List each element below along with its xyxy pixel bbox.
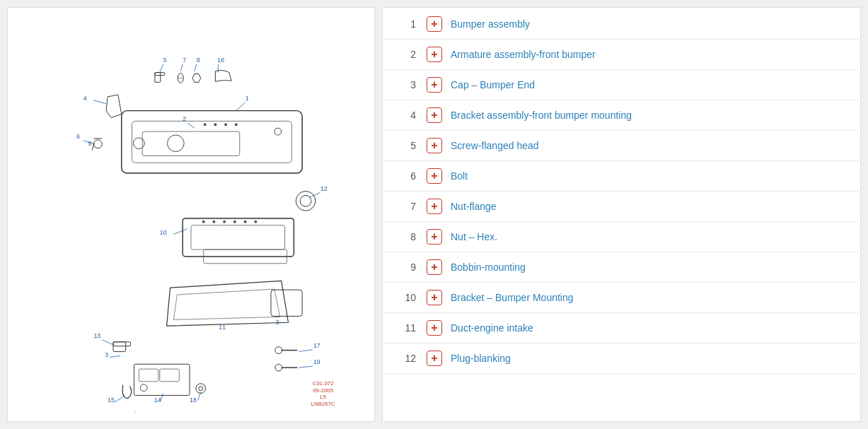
svg-text:17: 17 xyxy=(313,341,320,348)
svg-point-67 xyxy=(140,384,147,391)
part-number: 6 xyxy=(398,170,427,182)
svg-text:L5: L5 xyxy=(320,394,326,400)
svg-text:3: 3 xyxy=(276,319,279,326)
expand-icon[interactable]: + xyxy=(427,259,442,275)
svg-point-37 xyxy=(296,191,316,211)
part-icon-cell: + xyxy=(427,16,451,32)
svg-rect-65 xyxy=(139,369,158,382)
svg-rect-53 xyxy=(113,341,131,346)
part-icon-cell: + xyxy=(427,138,451,153)
part-number: 10 xyxy=(398,292,427,303)
expand-icon[interactable]: + xyxy=(427,77,442,93)
svg-point-46 xyxy=(233,220,236,223)
svg-line-51 xyxy=(102,339,113,344)
svg-rect-8 xyxy=(155,72,161,82)
svg-point-30 xyxy=(214,123,216,126)
svg-point-71 xyxy=(199,386,203,390)
svg-rect-25 xyxy=(142,131,240,155)
svg-text:5: 5 xyxy=(163,56,167,63)
expand-icon[interactable]: + xyxy=(427,320,442,336)
part-number: 1 xyxy=(398,18,427,30)
table-row[interactable]: 2 + Armature assembly-front bumper xyxy=(384,40,859,70)
table-row[interactable]: 9 + Bobbin-mounting xyxy=(384,252,859,283)
part-number: 12 xyxy=(398,353,427,364)
svg-rect-42 xyxy=(191,225,285,249)
svg-text:© Copyright, 2018. Jaguar Land: © Copyright, 2018. Jaguar Land Rover Lim… xyxy=(133,411,249,412)
part-number: 4 xyxy=(398,110,427,121)
expand-icon[interactable]: + xyxy=(427,229,442,245)
part-icon-cell: + xyxy=(427,290,451,305)
svg-point-38 xyxy=(300,195,311,206)
svg-text:18: 18 xyxy=(190,396,197,404)
parts-diagram: 5 7 8 16 4 xyxy=(28,17,354,413)
svg-marker-12 xyxy=(192,74,201,82)
part-name: Bobbin-mounting xyxy=(451,261,526,273)
expand-icon[interactable]: + xyxy=(427,107,442,123)
part-icon-cell: + xyxy=(427,199,451,214)
part-icon-cell: + xyxy=(427,229,451,245)
svg-line-77 xyxy=(299,366,313,368)
svg-line-14 xyxy=(93,100,106,103)
table-row[interactable]: 5 + Screw-flanged head xyxy=(384,131,859,161)
part-number: 3 xyxy=(398,79,427,90)
part-name: Plug-blanking xyxy=(451,353,511,364)
table-row[interactable]: 11 + Duct-engine intake xyxy=(384,313,859,343)
part-number: 7 xyxy=(398,201,427,212)
svg-rect-66 xyxy=(160,369,180,382)
svg-point-32 xyxy=(235,123,238,126)
svg-point-31 xyxy=(224,123,227,126)
table-row[interactable]: 12 + Plug-blanking xyxy=(384,343,859,374)
svg-text:7: 7 xyxy=(183,56,186,63)
table-row[interactable]: 1 + Bumper assembly xyxy=(384,9,859,40)
table-row[interactable]: 10 + Bracket – Bumper Mounting xyxy=(384,283,859,313)
table-row[interactable]: 3 + Cap – Bumper End xyxy=(384,70,859,100)
svg-text:19: 19 xyxy=(313,358,320,365)
svg-text:12: 12 xyxy=(320,184,328,192)
table-row[interactable]: 8 + Nut – Hex. xyxy=(384,222,859,252)
part-icon-cell: + xyxy=(427,259,451,275)
expand-icon[interactable]: + xyxy=(427,47,442,62)
svg-text:1: 1 xyxy=(245,94,249,101)
expand-icon[interactable]: + xyxy=(427,351,442,366)
svg-text:14: 14 xyxy=(154,396,161,404)
part-name: Armature assembly-front bumper xyxy=(451,49,596,60)
expand-icon[interactable]: + xyxy=(427,199,442,214)
part-icon-cell: + xyxy=(427,168,451,184)
part-number: 2 xyxy=(398,49,427,60)
svg-point-70 xyxy=(196,383,206,393)
svg-text:09-2005: 09-2005 xyxy=(313,387,333,393)
part-name: Screw-flanged head xyxy=(451,140,539,151)
svg-point-79 xyxy=(275,364,282,371)
svg-point-75 xyxy=(275,346,282,353)
table-row[interactable]: 6 + Bolt xyxy=(384,161,859,192)
svg-text:3: 3 xyxy=(105,351,108,358)
expand-icon[interactable]: + xyxy=(427,290,442,305)
expand-icon[interactable]: + xyxy=(427,16,442,32)
expand-icon[interactable]: + xyxy=(427,168,442,184)
part-icon-cell: + xyxy=(427,77,451,93)
svg-text:11: 11 xyxy=(219,324,226,331)
svg-text:10: 10 xyxy=(160,228,167,235)
part-number: 5 xyxy=(398,140,427,151)
part-number: 11 xyxy=(398,322,427,334)
svg-rect-52 xyxy=(113,341,126,351)
diagram-container: 5 7 8 16 4 xyxy=(15,15,367,414)
part-name: Bracket – Bumper Mounting xyxy=(451,292,574,303)
part-number: 9 xyxy=(398,261,427,273)
svg-line-16 xyxy=(236,102,245,110)
svg-point-45 xyxy=(223,220,226,223)
part-name: Bumper assembly xyxy=(451,18,530,30)
svg-text:4: 4 xyxy=(83,94,87,101)
part-name: Nut – Hex. xyxy=(451,231,497,242)
svg-text:C01.072: C01.072 xyxy=(313,380,334,386)
table-row[interactable]: 7 + Nut-flange xyxy=(384,192,859,222)
svg-text:LNB267C: LNB267C xyxy=(311,401,335,407)
svg-line-55 xyxy=(110,355,120,357)
part-icon-cell: + xyxy=(427,351,451,366)
svg-text:13: 13 xyxy=(93,331,100,339)
svg-line-3 xyxy=(180,64,183,71)
table-row[interactable]: 4 + Bracket assembly-front bumper mounti… xyxy=(384,100,859,131)
svg-point-28 xyxy=(274,128,282,135)
expand-icon[interactable]: + xyxy=(427,138,442,153)
part-name: Duct-engine intake xyxy=(451,322,533,334)
